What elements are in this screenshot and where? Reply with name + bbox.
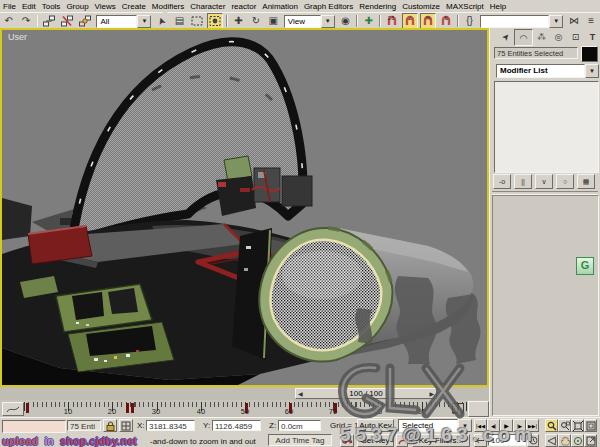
time-slider-thumb[interactable]: ◀ 100 / 100 ▶ <box>295 388 437 399</box>
x-coordinate-field[interactable]: 3181.8345 <box>146 420 195 431</box>
hierarchy-tab-icon[interactable]: ⁂ <box>533 29 550 44</box>
current-frame-field[interactable]: 100 <box>488 434 526 446</box>
time-slider-track[interactable]: ◀ 100 / 100 ▶ <box>0 387 489 401</box>
menu-item-group[interactable]: Group <box>63 2 91 11</box>
menu-item-modifiers[interactable]: Modifiers <box>149 2 187 11</box>
chevron-down-icon[interactable]: ▼ <box>137 15 151 28</box>
time-slider-next-icon[interactable]: ▶ <box>429 390 434 397</box>
key-mode-toggle-icon[interactable] <box>474 434 487 447</box>
viewport-label[interactable]: User <box>8 32 27 42</box>
time-slider-prev-icon[interactable]: ◀ <box>298 390 303 397</box>
keyboard-shortcut-override-icon[interactable]: {} <box>462 13 477 29</box>
y-coordinate-field[interactable]: 1126.4859 <box>212 420 261 431</box>
make-unique-icon[interactable]: ∨ <box>535 174 553 189</box>
menu-item-rendering[interactable]: Rendering <box>356 2 399 11</box>
chevron-down-icon[interactable]: ▼ <box>458 419 472 432</box>
unlink-selection-icon[interactable] <box>59 13 75 29</box>
show-end-result-icon[interactable]: || <box>514 174 532 189</box>
next-frame-button[interactable]: |▶ <box>513 419 526 432</box>
animation-key[interactable] <box>289 403 292 413</box>
percent-snap-toggle-icon[interactable]: % <box>420 13 436 29</box>
select-and-link-icon[interactable] <box>41 13 57 29</box>
zoom-all-icon[interactable] <box>558 419 571 432</box>
go-to-end-button[interactable]: ▶▶| <box>526 419 539 432</box>
display-tab-icon[interactable]: ⊡ <box>567 29 584 44</box>
zoom-extents-icon[interactable] <box>571 419 584 432</box>
menu-item-animation[interactable]: Animation <box>259 2 301 11</box>
modifier-list-dropdown[interactable]: Modifier List ▼ <box>496 64 599 78</box>
menu-item-file[interactable]: File <box>0 2 19 11</box>
track-bar[interactable]: 10 20 30 40 50 60 70 80 90 100 <box>0 400 489 418</box>
macro-recorder-field[interactable] <box>2 420 66 433</box>
object-name-field[interactable]: 75 Entities Selected <box>494 47 578 59</box>
trackbar-end-button[interactable] <box>468 401 489 417</box>
selection-lock-icon[interactable] <box>103 419 117 432</box>
animation-key[interactable] <box>334 403 337 413</box>
add-time-tag-field[interactable]: Add Time Tag <box>268 434 332 446</box>
reference-coordinate-system-dropdown[interactable]: View ▼ <box>284 15 335 28</box>
pan-view-icon[interactable] <box>558 434 571 447</box>
menu-item-character[interactable]: Character <box>187 2 228 11</box>
arc-rotate-icon[interactable] <box>571 434 584 447</box>
absolute-offset-toggle-icon[interactable] <box>119 419 133 432</box>
menu-item-maxscript[interactable]: MAXScript <box>443 2 487 11</box>
selection-filter-dropdown[interactable]: All ▼ <box>96 15 151 28</box>
animation-key[interactable] <box>245 403 248 413</box>
time-configuration-icon[interactable] <box>527 434 539 447</box>
modifier-stack-list[interactable] <box>494 81 599 173</box>
window-crossing-toggle-icon[interactable] <box>207 13 223 29</box>
modify-tab-icon[interactable]: ◠ <box>514 29 533 46</box>
key-filter-curve-icon[interactable] <box>396 434 408 447</box>
select-and-rotate-icon[interactable]: ↻ <box>248 13 263 29</box>
menu-item-views[interactable]: Views <box>92 2 119 11</box>
menu-item-edit[interactable]: Edit <box>19 2 39 11</box>
auto-key-button[interactable]: Auto Key <box>357 419 394 432</box>
bind-to-space-warp-icon[interactable] <box>77 13 93 29</box>
set-key-button[interactable]: Set Key <box>357 434 394 447</box>
animation-key[interactable] <box>126 403 129 413</box>
play-button[interactable]: ▶ <box>500 419 513 432</box>
animation-key[interactable] <box>26 403 29 413</box>
select-and-manipulate-icon[interactable]: ✚ <box>361 13 376 29</box>
key-mode-selected-dropdown[interactable]: Selected ▼ <box>398 419 472 432</box>
configure-modifier-sets-icon[interactable]: ▦ <box>577 174 595 189</box>
field-of-view-icon[interactable] <box>545 434 558 447</box>
motion-tab-icon[interactable]: ◎ <box>550 29 567 44</box>
angle-snap-toggle-icon[interactable]: ∠ <box>402 13 418 29</box>
z-coordinate-field[interactable]: 0.0cm <box>278 420 321 431</box>
min-max-toggle-icon[interactable] <box>584 434 597 447</box>
menu-item-tools[interactable]: Tools <box>39 2 64 11</box>
chevron-down-icon[interactable]: ▼ <box>549 15 563 28</box>
menu-item-help[interactable]: Help <box>487 2 509 11</box>
menu-item-reactor[interactable]: reactor <box>228 2 259 11</box>
zoom-tool-icon[interactable] <box>545 419 558 432</box>
named-selection-sets-dropdown[interactable]: ▼ <box>480 15 563 28</box>
go-to-start-button[interactable]: |◀◀ <box>474 419 487 432</box>
animation-key[interactable] <box>131 403 134 413</box>
select-and-move-icon[interactable]: ✚ <box>231 13 246 29</box>
menu-item-graph-editors[interactable]: Graph Editors <box>301 2 356 11</box>
rectangular-selection-region-icon[interactable] <box>189 13 205 29</box>
viewport[interactable]: User <box>0 28 489 387</box>
use-pivot-point-center-icon[interactable]: ◉ <box>338 13 353 29</box>
mirror-icon[interactable]: ⋈ <box>566 13 581 29</box>
align-icon[interactable]: ≡ <box>584 13 599 29</box>
menu-item-create[interactable]: Create <box>119 2 149 11</box>
utilities-tab-icon[interactable]: T <box>584 29 600 44</box>
undo-icon[interactable]: ↶ <box>1 13 16 29</box>
snap-toggle-icon[interactable]: 2.5 <box>384 13 400 29</box>
key-filters-button[interactable]: Key Filters... <box>412 434 470 447</box>
chevron-down-icon[interactable]: ▼ <box>585 64 599 78</box>
pin-stack-icon[interactable]: -o <box>493 174 511 189</box>
menu-item-customize[interactable]: Customize <box>399 2 443 11</box>
open-mini-curve-editor-button[interactable] <box>2 402 24 416</box>
zoom-extents-all-icon[interactable] <box>584 419 597 432</box>
redo-icon[interactable]: ↷ <box>18 13 33 29</box>
select-and-scale-icon[interactable]: ▣ <box>266 13 281 29</box>
animation-key[interactable] <box>458 403 464 413</box>
select-by-name-icon[interactable]: ▤ <box>172 13 187 29</box>
spinner-snap-toggle-icon[interactable]: ⇅ <box>438 13 454 29</box>
object-color-swatch[interactable] <box>581 46 598 62</box>
chevron-down-icon[interactable]: ▼ <box>321 15 335 28</box>
set-key-mode-icon[interactable] <box>340 434 354 447</box>
